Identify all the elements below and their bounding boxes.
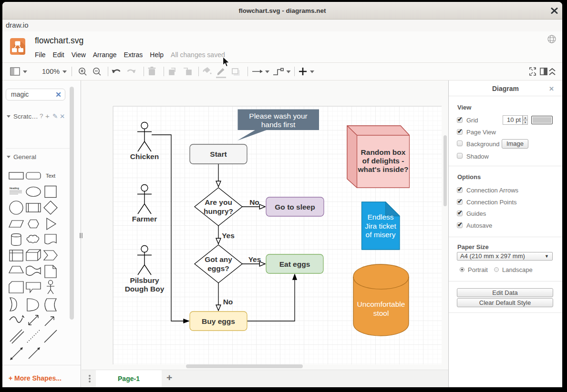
svg-text:Heading: Heading [10,187,19,190]
svg-text:Yes: Yes [248,255,261,263]
svg-text:Chicken: Chicken [130,152,159,161]
svg-text:of delights -: of delights - [362,157,404,165]
svg-text:Please wash your: Please wash your [249,112,307,120]
svg-text:Jira ticket: Jira ticket [365,222,396,230]
svg-text:Eat eggs: Eat eggs [279,260,310,268]
svg-text:Text: Text [46,173,55,179]
svg-text:Buy eggs: Buy eggs [202,317,235,325]
svg-text:eggs?: eggs? [207,264,229,272]
svg-text:Start: Start [210,150,227,158]
svg-text:Dough Boy: Dough Boy [125,285,165,293]
svg-text:hands first: hands first [261,121,296,129]
svg-text:Uncomfortable: Uncomfortable [357,300,405,308]
svg-text:Random box: Random box [361,148,406,156]
svg-text:stool: stool [373,309,389,317]
svg-text:Yes: Yes [222,231,235,240]
svg-text:100%: 100% [42,68,60,75]
svg-text:No: No [223,298,233,306]
svg-text:Farmer: Farmer [132,215,157,223]
svg-text:Go to sleep: Go to sleep [275,203,315,211]
svg-text:Got any: Got any [205,255,232,263]
svg-text:Are you: Are you [205,198,232,206]
svg-text:No: No [249,198,259,206]
svg-text:Pilsbury: Pilsbury [130,276,159,284]
svg-text:of misery: of misery [366,231,396,239]
svg-text:hungry?: hungry? [204,207,233,215]
svg-text:what's inside?: what's inside? [357,165,408,173]
svg-text:Endless: Endless [367,213,393,221]
